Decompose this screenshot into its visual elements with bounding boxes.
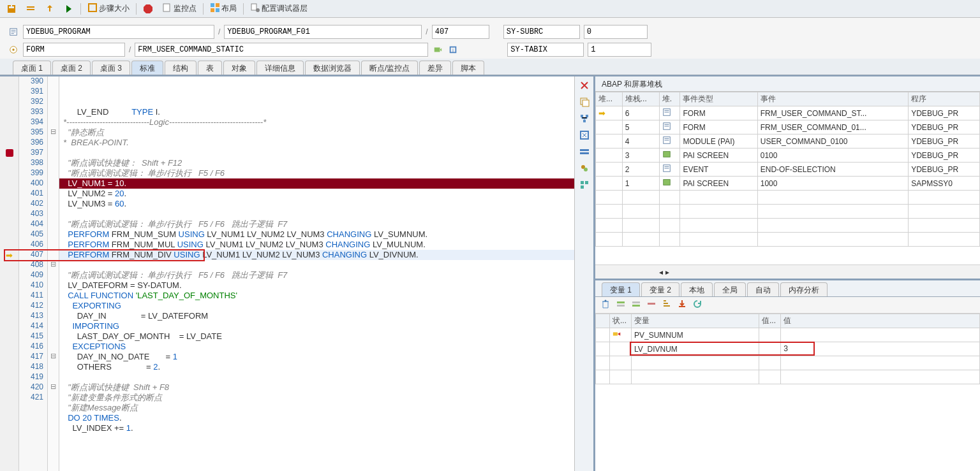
code-line[interactable]: LV_NUM2 = 20. [59,189,574,199]
watchpoint-button[interactable]: 监控点 [160,2,199,16]
code-body[interactable]: LV_END TYPE I.*-------------------------… [59,76,574,471]
col-header[interactable]: 值 [781,314,980,328]
tab-数据浏览器[interactable]: 数据浏览器 [305,61,360,75]
fold-toggle[interactable]: ⊟ [48,260,59,270]
tab-断点/监控点[interactable]: 断点/监控点 [361,61,418,75]
block-type-field[interactable] [23,43,125,57]
tab-差异[interactable]: 差异 [419,61,451,75]
col-header[interactable]: 状... [610,314,632,328]
step-over-icon[interactable] [23,2,38,16]
code-line[interactable]: OTHERS = 2. [59,362,574,372]
step-into-icon[interactable] [4,2,19,16]
table-row[interactable]: 3PAI SCREEN0100YDEBUG_PR [596,149,980,163]
col-header[interactable]: 变量 [632,314,759,328]
code-line[interactable]: LV_DATEFORM = SY-DATUM. [59,280,574,291]
vartab-内存分析[interactable]: 内存分析 [780,282,828,296]
code-line[interactable]: "断点调试快捷键： Shift + F12 [59,158,574,168]
step-out-icon[interactable] [42,2,57,16]
col-header[interactable]: 事件类型 [680,92,757,106]
tab-桌面 1[interactable]: 桌面 1 [13,61,51,75]
code-line[interactable]: "断点调试测试逻辑： 单步/行执行 F5 / F6 跳出子逻辑 F7 [59,270,574,280]
fold-toggle[interactable]: ⊟ [48,382,59,393]
nav-left-icon[interactable]: ◂ [659,268,663,277]
block-name-field[interactable] [135,43,428,57]
code-line[interactable]: IMPORTING [59,321,574,331]
code-line[interactable]: LV_NUM1 = 10. [59,178,574,189]
tab-脚本[interactable]: 脚本 [452,61,484,75]
code-line[interactable]: * BREAK-POINT. [59,138,574,148]
code-line[interactable]: EXPORTING [59,301,574,311]
table-row[interactable]: PV_SUMNUM [596,328,980,342]
code-line[interactable]: EXCEPTIONS [59,342,574,352]
table-row[interactable]: 1PAI SCREEN1000SAPMSSY0 [596,177,980,191]
code-line[interactable]: "静态断点 [59,127,574,138]
code-line[interactable] [59,260,574,270]
history-icon[interactable] [578,162,591,175]
col-header[interactable]: 事件 [757,92,908,106]
table-row[interactable]: LV_DIVNUM 3 [596,342,980,356]
include-program-field[interactable] [224,25,422,39]
code-line[interactable]: "新建Message断点 [59,403,574,413]
tab-表[interactable]: 表 [198,61,222,75]
tab-对象[interactable]: 对象 [223,61,255,75]
code-line[interactable]: "新建变量条件形式的断点 [59,393,574,403]
main-program-field[interactable] [23,25,214,39]
col-header[interactable]: 值... [759,314,781,328]
fold-toggle[interactable]: ⊟ [48,127,59,138]
nav-right-icon[interactable]: ▸ [665,268,669,277]
col-header[interactable]: 堆. [659,92,680,106]
layout-button[interactable]: 布局 [207,2,239,16]
line-number-field[interactable] [432,25,489,39]
config-button[interactable]: 配置调试器层 [248,2,310,16]
fold-toggle[interactable]: ⊟ [48,352,59,362]
services-icon[interactable] [578,145,591,158]
code-line[interactable]: LV_INDEX += 1. [59,423,574,433]
table-row[interactable]: 6FORMFRM_USER_COMMAND_ST...YDEBUG_PR [596,106,980,120]
code-line[interactable]: DAY_IN = LV_DATEFORM [59,311,574,321]
code-line[interactable]: LAST_DAY_OF_MONTH = LV_DATE [59,331,574,342]
code-line[interactable]: PERFORM FRM_NUM_SUM USING LV_NUM1 LV_NUM… [59,229,574,240]
settings-icon[interactable] [578,178,591,191]
tab-详细信息[interactable]: 详细信息 [256,61,304,75]
new-window-icon[interactable] [578,96,591,108]
sort-asc-icon[interactable] [662,299,672,311]
call-stack-table[interactable]: 堆...堆栈...堆.事件类型事件程序 6FORMFRM_USER_COMMAN… [595,92,980,247]
col-header[interactable]: 堆栈... [622,92,659,106]
append-row-icon[interactable] [631,299,641,311]
code-line[interactable]: LV_NUM3 = 60. [59,199,574,209]
vartab-自动[interactable]: 自动 [747,282,779,296]
code-line[interactable]: "断点调试测试逻辑： 单步/行执行 F5 / F6 [59,168,574,178]
table-row[interactable]: 2EVENTEND-OF-SELECTIONYDEBUG_PR [596,163,980,177]
info-icon[interactable]: i [447,44,459,55]
code-line[interactable]: "断点调试测试逻辑： 单步/行执行 F5 / F6 跳出子逻辑 F7 [59,219,574,229]
insert-row-icon[interactable] [616,299,626,311]
table-row[interactable]: 4MODULE (PAI)USER_COMMAND_0100YDEBUG_PR [596,134,980,149]
fullscreen-icon[interactable] [578,129,591,141]
code-line[interactable] [59,372,574,382]
tab-标准[interactable]: 标准 [131,61,163,75]
nav-back-icon[interactable] [432,44,443,55]
continue-icon[interactable] [61,2,77,16]
tree-icon[interactable] [578,112,591,125]
col-header[interactable]: 堆... [596,92,623,106]
code-line[interactable] [59,148,574,158]
vartab-变量 2[interactable]: 变量 2 [641,282,679,296]
table-row[interactable]: 5FORMFRM_USER_COMMAND_01...YDEBUG_PR [596,120,980,134]
col-header[interactable]: 程序 [909,92,980,106]
vartab-变量 1[interactable]: 变量 1 [602,282,640,296]
code-line[interactable]: *------------------------------Logic----… [59,117,574,127]
step-size-button[interactable]: 步骤大小 [85,2,132,16]
close-panel-icon[interactable] [578,79,591,92]
delete-row-icon[interactable] [646,299,657,311]
delete-icon[interactable] [600,299,611,311]
code-line[interactable]: CALL FUNCTION 'LAST_DAY_OF_MONTHS' [59,291,574,301]
code-line[interactable]: LV_END TYPE I. [59,107,574,117]
refresh-icon[interactable] [692,299,702,311]
code-line[interactable]: DAY_IN_NO_DATE = 1 [59,352,574,362]
code-line[interactable]: PERFORM FRM_NUM_DIV USING LV_NUM1 LV_NUM… [59,250,574,260]
code-line[interactable]: DO 20 TIMES. [59,413,574,423]
breakpoint-icon[interactable] [6,149,13,157]
tab-桌面 2[interactable]: 桌面 2 [52,61,91,75]
code-line[interactable] [59,209,574,219]
code-line[interactable]: PERFORM FRM_NUM_MUL USING LV_NUM1 LV_NUM… [59,240,574,250]
